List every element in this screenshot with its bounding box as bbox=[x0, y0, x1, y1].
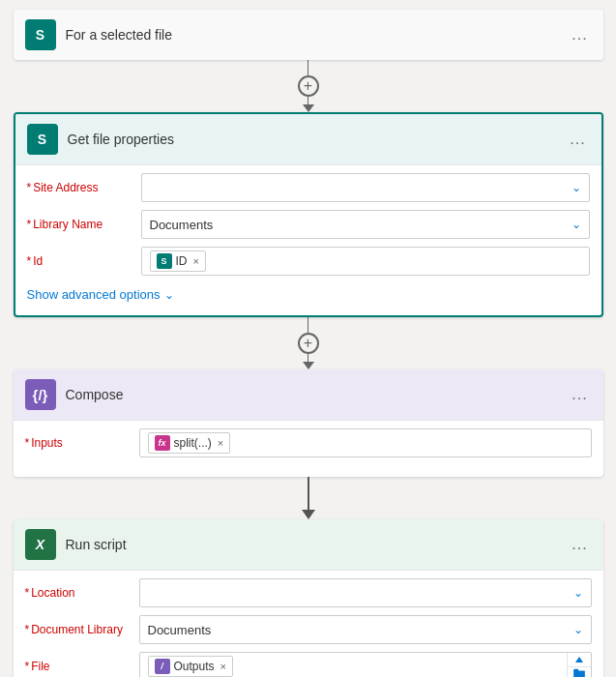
file-up-button[interactable] bbox=[568, 653, 591, 667]
step3-title: Compose bbox=[66, 387, 559, 402]
connector-2-line-top bbox=[308, 317, 308, 329]
connector-1: + bbox=[303, 60, 314, 112]
file-token-close[interactable]: × bbox=[220, 661, 226, 672]
connector-line-top bbox=[308, 60, 308, 72]
step3-menu[interactable]: ... bbox=[569, 383, 592, 406]
compose-icon-text: {/} bbox=[33, 387, 48, 403]
step1-icon: S bbox=[25, 19, 56, 50]
document-library-chevron: ⌄ bbox=[573, 623, 583, 636]
add-step-button-1[interactable]: + bbox=[298, 75, 319, 97]
id-token-icon: S bbox=[157, 253, 172, 269]
show-advanced-options[interactable]: Show advanced options ⌄ bbox=[27, 283, 590, 304]
location-label: *Location bbox=[25, 586, 132, 600]
file-input-main: / Outputs × bbox=[140, 653, 567, 677]
id-label: *Id bbox=[27, 254, 133, 268]
id-input[interactable]: S ID × bbox=[141, 247, 590, 276]
document-library-input[interactable]: Documents ⌄ bbox=[139, 615, 592, 644]
step3-body: *Inputs fx split(...) × bbox=[14, 420, 603, 477]
connector-arrow-1 bbox=[303, 104, 314, 112]
file-label: *File bbox=[25, 660, 132, 673]
inputs-token-close[interactable]: × bbox=[218, 437, 223, 449]
step2-body: *Site Address ⌄ *Library Name Documents … bbox=[15, 164, 601, 315]
location-input[interactable]: ⌄ bbox=[139, 578, 592, 607]
library-name-row: *Library Name Documents ⌄ bbox=[27, 210, 590, 239]
inputs-token-text: split(...) bbox=[174, 436, 212, 450]
library-name-input[interactable]: Documents ⌄ bbox=[141, 210, 590, 239]
document-library-label: *Document Library bbox=[25, 623, 132, 636]
inputs-row: *Inputs fx split(...) × bbox=[25, 428, 592, 457]
step2-title: Get file properties bbox=[68, 132, 557, 147]
file-side-buttons bbox=[567, 653, 591, 677]
step4-header[interactable]: X Run script ... bbox=[14, 519, 603, 570]
document-library-row: *Document Library Documents ⌄ bbox=[25, 615, 592, 644]
excel-icon-text: X bbox=[36, 537, 44, 552]
step3-card: {/} Compose ... *Inputs fx split(...) × bbox=[14, 369, 603, 477]
site-address-row: *Site Address ⌄ bbox=[27, 173, 590, 202]
connector-3 bbox=[302, 477, 315, 519]
inputs-token-icon: fx bbox=[155, 435, 170, 451]
step3-header[interactable]: {/} Compose ... bbox=[14, 369, 603, 420]
step4-body: *Location ⌄ *Document Library Documents … bbox=[14, 570, 603, 677]
file-token-text: Outputs bbox=[174, 660, 215, 673]
file-folder-button[interactable] bbox=[568, 667, 591, 678]
add-step-button-2[interactable]: + bbox=[298, 333, 319, 354]
step2-menu[interactable]: ... bbox=[567, 128, 590, 151]
file-input[interactable]: / Outputs × bbox=[139, 652, 592, 677]
id-token-close[interactable]: × bbox=[193, 255, 199, 267]
file-row: *File / Outputs × bbox=[25, 652, 592, 677]
file-token: / Outputs × bbox=[148, 656, 233, 677]
id-token: S ID × bbox=[150, 250, 206, 272]
step4-card: X Run script ... *Location ⌄ *Document L… bbox=[14, 519, 603, 677]
step2-card: S Get file properties ... *Site Address … bbox=[14, 112, 603, 317]
show-advanced-label: Show advanced options bbox=[27, 287, 161, 302]
library-name-value: Documents bbox=[150, 218, 214, 232]
step2-icon: S bbox=[27, 124, 58, 155]
step1-header[interactable]: S For a selected file ... bbox=[14, 10, 603, 60]
step4-title: Run script bbox=[66, 537, 559, 552]
location-chevron: ⌄ bbox=[573, 586, 583, 600]
location-row: *Location ⌄ bbox=[25, 578, 592, 607]
connector-3-arrow bbox=[302, 510, 315, 519]
step4-menu[interactable]: ... bbox=[569, 533, 592, 556]
inputs-label: *Inputs bbox=[25, 436, 132, 450]
file-token-icon: / bbox=[155, 659, 170, 674]
id-row: *Id S ID × bbox=[27, 247, 590, 276]
connector-arrow-2 bbox=[303, 362, 314, 369]
svg-marker-0 bbox=[575, 657, 583, 662]
step1-title: For a selected file bbox=[66, 27, 559, 43]
library-name-label: *Library Name bbox=[27, 218, 133, 231]
step1-card: S For a selected file ... bbox=[14, 10, 603, 60]
library-name-chevron: ⌄ bbox=[572, 218, 581, 231]
id-token-text: ID bbox=[176, 254, 188, 268]
connector-2: + bbox=[303, 317, 314, 369]
site-address-label: *Site Address bbox=[27, 181, 133, 194]
inputs-token: fx split(...) × bbox=[148, 432, 231, 454]
svg-rect-2 bbox=[573, 669, 578, 672]
step1-menu[interactable]: ... bbox=[569, 23, 592, 46]
connector-3-line bbox=[308, 477, 309, 510]
step2-header[interactable]: S Get file properties ... bbox=[15, 114, 601, 164]
step3-icon: {/} bbox=[25, 379, 56, 410]
show-advanced-chevron: ⌄ bbox=[164, 288, 174, 302]
step4-icon: X bbox=[25, 529, 56, 560]
site-address-chevron: ⌄ bbox=[572, 181, 581, 194]
document-library-value: Documents bbox=[148, 623, 212, 637]
inputs-input[interactable]: fx split(...) × bbox=[139, 428, 592, 457]
svg-rect-1 bbox=[573, 671, 585, 677]
site-address-input[interactable]: ⌄ bbox=[141, 173, 590, 202]
